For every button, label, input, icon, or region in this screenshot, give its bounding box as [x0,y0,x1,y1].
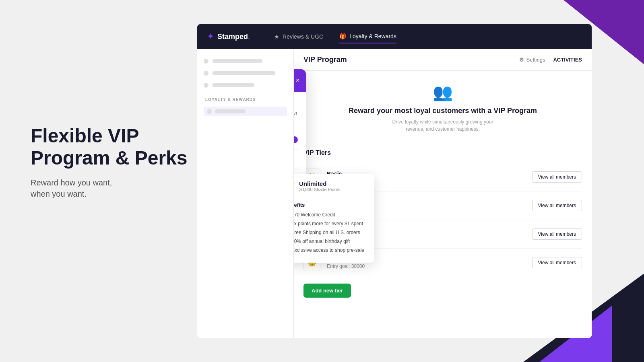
skeleton-bar [213,59,262,63]
tier-goal-unlimited: Entry goal: 30000 [327,263,526,269]
view-members-button-unlimited[interactable]: View all members [532,257,582,268]
sidebar-menu-item[interactable] [204,107,287,116]
tooltip-benefit-3: ✓ Free Shipping on all U.S. orders [294,230,368,235]
vip-panel-header: VIP Program ⚙ Settings ACTIVITIES [294,49,592,71]
settings-button[interactable]: ⚙ Settings [519,57,545,63]
main-ui: ✦ Stamped. ★ Reviews & UGC 🎁 Loyalty & R… [197,24,592,338]
tooltip-tier-name: Unlimited [299,180,340,187]
skeleton-bar [213,71,275,75]
vip-intro-heading: Reward your most loyal customers with a … [310,107,576,115]
skeleton-row-1 [204,59,287,64]
skeleton-circle [204,71,208,76]
content-area: VIP Program ⚙ Settings ACTIVITIES 👥 Rewa… [294,49,592,338]
content-wrapper: VIP Program ⚙ Settings ACTIVITIES 👥 Rewa… [294,49,592,338]
main-content-area: LOYALTY & REWARDS VIP Program ⚙ Settings [197,49,592,338]
vip-tiers-title: VIP Tiers [303,149,582,156]
tooltip-benefits-title: Benefits [294,202,368,208]
tooltip-benefit-4: ✓ 20% off annual birthday gift [294,239,368,244]
widget-tier-premium: 🏅 Premium 1000 Shade Points [294,150,298,169]
logo-text: Stamped. [217,33,250,41]
vip-panel-title: VIP Program [303,56,511,64]
view-members-button-premium[interactable]: View all members [532,200,582,211]
tooltip-benefit-1: ✓ $70 Welcome Credit [294,212,368,218]
skeleton-circle [204,59,208,64]
hero-title: Flexible VIP Program & Perks [31,125,188,169]
widget-vip-desc: Your all access pass to exclusive reward… [294,109,298,124]
nav-items: ★ Reviews & UGC 🎁 Loyalty & Rewards [274,30,396,43]
view-members-button-enterprise[interactable]: View all members [532,228,582,240]
gear-icon: ⚙ [519,57,524,63]
vip-intro: 👥 Reward your most loyal customers with … [294,71,592,141]
view-members-button-basic[interactable]: View all members [532,171,582,183]
skeleton-row-3 [204,83,287,88]
hero-section: Flexible VIP Program & Perks Reward how … [31,125,188,200]
tooltip-tier-info: Unlimited 30,000 Shade Points [299,180,340,192]
tooltip-header: 👑 Unlimited 30,000 Shade Points [294,180,368,197]
widget-tier-basic: 👑 Basic 0 Shade Points Current [294,130,298,150]
current-badge: Current [294,136,298,143]
vip-intro-desc: Drive loyalty while simultaneously growi… [310,118,576,133]
widget-header: // Hi there ! 50 Shade Points × [294,69,306,92]
menu-dot [207,109,212,114]
skeleton-bar [213,83,254,87]
skeleton-row-2 [204,71,287,76]
sidebar-section-label: LOYALTY & REWARDS [204,97,287,102]
nav-bar: ✦ Stamped. ★ Reviews & UGC 🎁 Loyalty & R… [197,24,592,49]
logo-icon: ✦ [207,31,214,42]
add-tier-button[interactable]: Add new tier [303,284,351,298]
sidebar-skeleton [204,59,287,88]
tooltip-benefit-2: ✓ 2x points more for every $1 spent [294,221,368,226]
nav-item-loyalty[interactable]: 🎁 Loyalty & Rewards [339,30,396,43]
tooltip-tier-points: 30,000 Shade Points [299,187,340,192]
menu-bar [215,109,246,113]
vip-intro-icon: 👥 [310,83,576,102]
tooltip-tier-icon: 👑 [294,181,295,191]
tooltip-benefit-5: ✓ Exclusive access to shop pre-sale [294,247,368,253]
gift-icon: 🎁 [339,33,346,39]
skeleton-circle [204,83,208,88]
hero-subtitle: Reward how you want, when you want. [31,177,188,200]
unlimited-tooltip: 👑 Unlimited 30,000 Shade Points Benefits… [294,174,374,263]
star-icon: ★ [274,33,279,40]
nav-item-reviews[interactable]: ★ Reviews & UGC [274,30,323,43]
widget-vip-title: VIP Program [294,100,298,107]
nav-logo: ✦ Stamped. [207,31,250,42]
widget-tier-info-premium: Premium 1000 Shade Points [294,154,298,165]
activities-button[interactable]: ACTIVITIES [553,57,582,63]
sidebar: LOYALTY & REWARDS [197,49,294,338]
widget-close-icon[interactable]: × [296,77,299,84]
